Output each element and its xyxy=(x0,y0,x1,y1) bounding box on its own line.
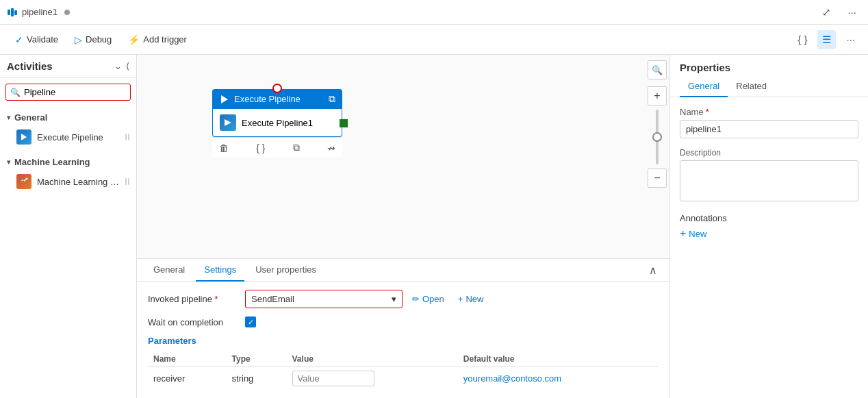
activity-node[interactable]: Execute Pipeline ⧉ Execute Pipeline1 xyxy=(212,89,342,158)
sidebar-toggle-icon[interactable]: ⟨ xyxy=(126,61,129,71)
plus-icon: + xyxy=(458,294,463,304)
pipeline-title: pipeline1 xyxy=(22,7,58,17)
rp-annotations-field: Annotations + New xyxy=(680,213,858,240)
select-chevron-icon: ▾ xyxy=(392,294,396,304)
toolbar: ✓ Validate ▷ Debug ⚡ Add trigger { } ☰ ·… xyxy=(0,25,868,55)
sidebar-title: Activities xyxy=(7,60,53,72)
zoom-in-btn[interactable]: + xyxy=(648,86,667,105)
copy-icon[interactable]: ⧉ xyxy=(290,140,303,155)
param-value-cell xyxy=(287,367,458,390)
node-header-icon xyxy=(219,94,230,105)
svg-marker-5 xyxy=(221,95,228,103)
center-column: Execute Pipeline ⧉ Execute Pipeline1 xyxy=(137,55,669,398)
node-title: Execute Pipeline xyxy=(234,94,301,104)
right-panel-content: Name * Description Annotations + New xyxy=(670,97,868,259)
json-view-btn[interactable]: { } xyxy=(793,30,812,49)
param-default-cell: youremail@contoso.com xyxy=(458,367,659,390)
json-node-icon[interactable]: { } xyxy=(253,141,268,155)
wait-checkbox[interactable] xyxy=(245,316,256,327)
trigger-icon: ⚡ xyxy=(128,34,140,45)
name-required-marker: * xyxy=(706,107,709,117)
sidebar-ml-header[interactable]: ▾ Machine Learning xyxy=(0,153,136,171)
node-body-inner: Execute Pipeline1 xyxy=(220,114,313,131)
arrow-icon[interactable]: ↛ xyxy=(324,141,338,155)
delete-icon[interactable]: 🗑 xyxy=(216,141,231,155)
node-activity-label: Execute Pipeline1 xyxy=(242,118,313,128)
node-header-left: Execute Pipeline xyxy=(219,94,301,105)
bottom-panel-close-btn[interactable]: ∧ xyxy=(645,261,661,279)
validate-icon: ✓ xyxy=(15,34,23,45)
ml-icon xyxy=(16,174,31,189)
new-pipeline-btn[interactable]: + New xyxy=(454,291,488,307)
zoom-slider-thumb[interactable] xyxy=(652,132,662,142)
pipeline-icon xyxy=(7,7,18,18)
debug-button[interactable]: ▷ Debug xyxy=(68,31,118,49)
toolbar-more-btn[interactable]: ··· xyxy=(841,30,860,49)
sidebar-item-ml[interactable]: Machine Learning Exe... xyxy=(0,171,136,192)
rp-name-input[interactable] xyxy=(680,120,858,138)
node-right-connector xyxy=(340,119,348,127)
rp-description-label: Description xyxy=(680,148,858,158)
more-options-btn[interactable]: ··· xyxy=(843,3,861,21)
zoom-controls: 🔍 + − xyxy=(645,55,669,258)
expand-icon-btn[interactable]: ⤢ xyxy=(817,3,836,22)
tab-settings[interactable]: Settings xyxy=(196,259,244,282)
sidebar-header-icons: ⌄ ⟨ xyxy=(114,61,129,71)
canvas-main: Execute Pipeline ⧉ Execute Pipeline1 xyxy=(137,55,669,258)
pencil-icon: ✏ xyxy=(412,294,420,304)
param-default-link[interactable]: youremail@contoso.com xyxy=(463,373,561,384)
debug-icon: ▷ xyxy=(75,34,82,45)
node-activity-row: Execute Pipeline1 xyxy=(220,114,313,131)
rp-name-field: Name * xyxy=(680,107,858,138)
top-bar: pipeline1 ⤢ ··· xyxy=(0,0,868,25)
collapse-icon[interactable]: ⌄ xyxy=(114,61,122,71)
validate-button[interactable]: ✓ Validate xyxy=(8,31,65,49)
param-col-default: Default value xyxy=(458,351,659,367)
param-col-name: Name xyxy=(148,351,227,367)
svg-rect-0 xyxy=(8,10,10,15)
top-bar-left: pipeline1 xyxy=(7,7,70,18)
svg-marker-3 xyxy=(21,134,27,140)
list-view-btn[interactable]: ☰ xyxy=(817,30,836,49)
param-col-value: Value xyxy=(287,351,458,367)
node-top-connector xyxy=(272,84,282,93)
pipeline-select[interactable]: SendEmail ▾ xyxy=(245,290,403,308)
canvas-search-btn[interactable]: 🔍 xyxy=(648,60,667,79)
node-toolbar: 🗑 { } ⧉ ↛ xyxy=(212,137,342,158)
right-panel-title: Properties xyxy=(670,55,868,73)
right-panel-tabs: General Related xyxy=(670,76,868,97)
rp-description-textarea[interactable] xyxy=(680,160,858,201)
sidebar-general-header[interactable]: ▾ General xyxy=(0,109,136,126)
svg-rect-2 xyxy=(14,10,17,15)
ml-label: Machine Learning xyxy=(14,157,90,167)
open-pipeline-btn[interactable]: ✏ Open xyxy=(408,291,448,307)
tab-user-properties[interactable]: User properties xyxy=(247,259,324,282)
drag-handle xyxy=(125,134,129,140)
rp-add-annotation-btn[interactable]: + New xyxy=(680,227,706,240)
invoked-pipeline-row: Invoked pipeline * SendEmail ▾ ✏ Open xyxy=(148,290,659,308)
right-panel: Properties General Related Name * Descri… xyxy=(669,55,868,398)
node-activity-icon xyxy=(220,114,236,131)
param-value-input[interactable] xyxy=(292,371,374,386)
param-col-type: Type xyxy=(227,351,287,367)
svg-marker-6 xyxy=(225,119,231,126)
sidebar-item-execute-pipeline[interactable]: Execute Pipeline xyxy=(0,126,136,148)
general-chevron: ▾ xyxy=(7,114,10,121)
canvas-area[interactable]: Execute Pipeline ⧉ Execute Pipeline1 xyxy=(137,55,669,398)
zoom-slider-track[interactable] xyxy=(656,110,659,164)
execute-pipeline-label: Execute Pipeline xyxy=(37,132,120,142)
rp-tab-related[interactable]: Related xyxy=(728,76,775,97)
add-trigger-button[interactable]: ⚡ Add trigger xyxy=(121,31,194,49)
tab-general[interactable]: General xyxy=(145,259,193,282)
sidebar-header: Activities ⌄ ⟨ xyxy=(0,55,136,78)
parameters-title: Parameters xyxy=(148,336,659,346)
rp-tab-general[interactable]: General xyxy=(680,76,728,97)
search-input[interactable] xyxy=(5,84,131,101)
node-link-icon[interactable]: ⧉ xyxy=(329,93,335,105)
ml-drag-handle xyxy=(125,178,129,185)
zoom-out-btn[interactable]: − xyxy=(648,169,667,188)
top-bar-right: ⤢ ··· xyxy=(817,3,861,22)
node-body: Execute Pipeline1 xyxy=(212,109,342,137)
general-label: General xyxy=(14,112,47,123)
search-icon: 🔍 xyxy=(10,88,21,97)
